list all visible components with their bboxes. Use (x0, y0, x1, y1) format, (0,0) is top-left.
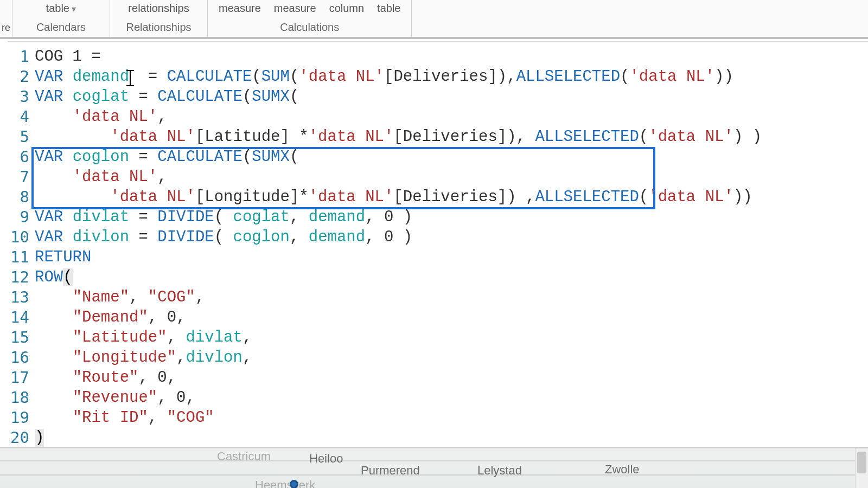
code-text[interactable]: 'data NL'[Latitude] *'data NL'[Deliverie… (35, 127, 868, 147)
map-label-heemskerk: Heemskerk (255, 478, 315, 488)
ribbon-group-label: Calendars (36, 21, 86, 35)
ribbon-button-table[interactable]: table (46, 2, 76, 15)
code-line[interactable]: 15 "Latitude", divlat, (8, 328, 868, 348)
ribbon-group-calculations: measuremeasurecolumntableCalculations (207, 0, 412, 37)
line-number: 10 (8, 227, 35, 247)
scrollbar-thumb[interactable] (857, 452, 866, 473)
code-text[interactable]: "Demand", 0, (35, 307, 868, 328)
line-number: 17 (8, 368, 35, 388)
code-text[interactable]: RETURN (35, 247, 868, 267)
code-text[interactable]: "Longitude",divlon, (35, 348, 868, 368)
line-number: 20 (8, 428, 35, 448)
code-text[interactable]: ROW( (35, 267, 868, 287)
code-line[interactable]: 16 "Longitude",divlon, (8, 348, 868, 368)
code-text[interactable]: 'data NL', (35, 167, 868, 187)
code-line[interactable]: 20) (8, 428, 868, 448)
code-text[interactable]: 'data NL', (35, 107, 868, 127)
code-line[interactable]: 3VAR coglat = CALCULATE(SUMX( (8, 87, 868, 107)
ribbon-button-relationships[interactable]: relationships (128, 2, 189, 15)
line-number: 14 (8, 307, 35, 328)
code-line[interactable]: 5 'data NL'[Latitude] *'data NL'[Deliver… (8, 127, 868, 147)
line-number: 5 (8, 127, 35, 147)
ribbon-button-table[interactable]: table (377, 2, 400, 15)
map-background: CastricumHeilooPurmerendLelystadZwolleHe… (0, 447, 868, 488)
ribbon-button-column[interactable]: column (329, 2, 364, 15)
map-label-castricum: Castricum (217, 450, 271, 464)
ribbon-group-relationships: relationshipsRelationships (110, 0, 207, 37)
code-line[interactable]: 6VAR coglon = CALCULATE(SUMX( (8, 147, 868, 167)
code-text[interactable]: "Name", "COG", (35, 287, 868, 307)
code-text[interactable]: VAR divlat = DIVIDE( coglat, demand, 0 ) (35, 207, 868, 227)
code-text[interactable]: "Revenue", 0, (35, 388, 868, 408)
code-area[interactable]: 1COG 1 =2VAR demand = CALCULATE(SUM('dat… (8, 42, 868, 448)
ribbon: re tableCalendarsrelationshipsRelationsh… (0, 0, 868, 39)
map-label-heiloo: Heiloo (309, 452, 343, 466)
line-number: 2 (8, 67, 35, 87)
code-text[interactable]: VAR divlon = DIVIDE( coglon, demand, 0 ) (35, 227, 868, 247)
line-number: 9 (8, 207, 35, 227)
code-text[interactable]: 'data NL'[Longitude]*'data NL'[Deliverie… (35, 187, 868, 207)
code-text[interactable]: VAR coglat = CALCULATE(SUMX( (35, 87, 868, 107)
line-number: 6 (8, 147, 35, 167)
code-line[interactable]: 12ROW( (8, 267, 868, 287)
line-number: 4 (8, 107, 35, 127)
code-line[interactable]: 14 "Demand", 0, (8, 307, 868, 328)
code-line[interactable]: 7 'data NL', (8, 167, 868, 187)
code-line[interactable]: 18 "Revenue", 0, (8, 388, 868, 408)
ribbon-button-measure[interactable]: measure (274, 2, 316, 15)
code-line[interactable]: 4 'data NL', (8, 107, 868, 127)
line-number: 13 (8, 287, 35, 307)
map-label-purmerend: Purmerend (361, 464, 420, 478)
code-line[interactable]: 11RETURN (8, 247, 868, 267)
ribbon-left-fragment: re (0, 0, 12, 37)
code-line[interactable]: 13 "Name", "COG", (8, 287, 868, 307)
ribbon-group-label: Calculations (280, 21, 339, 35)
code-line[interactable]: 9VAR divlat = DIVIDE( coglat, demand, 0 … (8, 207, 868, 227)
line-number: 19 (8, 408, 35, 428)
ribbon-group-calendars: tableCalendars (12, 0, 110, 37)
ribbon-group-label: Relationships (126, 21, 191, 35)
formula-editor[interactable]: 1COG 1 =2VAR demand = CALCULATE(SUM('dat… (8, 41, 868, 488)
code-line[interactable]: 19 "Rit ID", "COG" (8, 408, 868, 428)
code-text[interactable]: ) (35, 428, 868, 448)
line-number: 18 (8, 388, 35, 408)
code-text[interactable]: "Rit ID", "COG" (35, 408, 868, 428)
line-number: 11 (8, 247, 35, 267)
map-label-zwolle: Zwolle (605, 463, 640, 477)
map-scrollbar[interactable] (855, 448, 868, 488)
code-text[interactable]: "Latitude", divlat, (35, 328, 868, 348)
line-number: 3 (8, 87, 35, 107)
code-text[interactable]: COG 1 = (35, 47, 868, 67)
ribbon-groups: tableCalendarsrelationshipsRelationships… (12, 0, 412, 37)
line-number: 16 (8, 348, 35, 368)
map-label-lelystad: Lelystad (477, 464, 522, 478)
code-line[interactable]: 2VAR demand = CALCULATE(SUM('data NL'[De… (8, 67, 868, 87)
map-marker (290, 480, 298, 488)
code-line[interactable]: 10VAR divlon = DIVIDE( coglon, demand, 0… (8, 227, 868, 247)
line-number: 12 (8, 267, 35, 287)
code-line[interactable]: 1COG 1 = (8, 47, 868, 67)
code-line[interactable]: 17 "Route", 0, (8, 368, 868, 388)
code-text[interactable]: "Route", 0, (35, 368, 868, 388)
ribbon-button-measure[interactable]: measure (219, 2, 261, 15)
code-text[interactable]: VAR demand = CALCULATE(SUM('data NL'[Del… (35, 67, 868, 87)
line-number: 7 (8, 167, 35, 187)
line-number: 15 (8, 328, 35, 348)
code-text[interactable]: VAR coglon = CALCULATE(SUMX( (35, 147, 868, 167)
line-number: 8 (8, 187, 35, 207)
line-number: 1 (8, 47, 35, 67)
code-line[interactable]: 8 'data NL'[Longitude]*'data NL'[Deliver… (8, 187, 868, 207)
